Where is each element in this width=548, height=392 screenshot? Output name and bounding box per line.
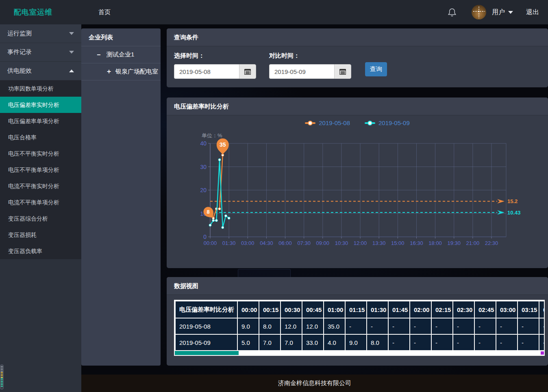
app-root: 配电室运维 首页 用户 退出 运	[0, 0, 548, 392]
column-header: 00:30	[281, 301, 302, 318]
legend-item-2019-05-08[interactable]: 2019-05-08	[305, 119, 350, 126]
svg-text:09:00: 09:00	[316, 240, 330, 246]
table-cell: -	[539, 318, 544, 334]
enterprise-item-room-1[interactable]: ＋银泉广场配电室	[81, 63, 161, 80]
data-panel-title: 数据视图	[167, 277, 548, 295]
svg-text:13:30: 13:30	[372, 240, 386, 246]
sidebar-group-label: 供电能效	[7, 67, 32, 75]
column-header: 01:45	[388, 301, 410, 318]
svg-text:04:30: 04:30	[260, 240, 273, 246]
table-cell: -	[496, 334, 518, 351]
sidebar-item-power-factor-single[interactable]: 功率因数单项分析	[0, 80, 81, 97]
enterprise-tree: −测试企业1＋银泉广场配电室	[81, 46, 161, 80]
compare-time-field: 对比时间：	[269, 52, 351, 79]
sidebar-group-event-record[interactable]: 事件记录	[0, 43, 81, 62]
svg-text:07:30: 07:30	[297, 240, 311, 246]
sidebar-item-voltage-unbalance-single[interactable]: 电压不平衡单项分析	[0, 162, 81, 178]
legend-marker-icon	[305, 122, 315, 124]
bell-icon[interactable]	[448, 7, 457, 17]
calendar-icon[interactable]	[334, 64, 351, 79]
data-table-wrap: 电压偏差率时比分析00:0000:1500:3000:4501:0001:150…	[174, 300, 545, 356]
compare-time-input[interactable]	[269, 64, 334, 79]
horizontal-scrollbar-track[interactable]	[175, 351, 544, 355]
sidebar-item-voltage-qualified-rate[interactable]: 电压合格率	[0, 129, 81, 145]
chevron-down-icon	[69, 32, 74, 35]
column-header: 01:00	[324, 301, 345, 318]
table-cell: -	[518, 334, 539, 351]
select-time-input[interactable]	[174, 64, 239, 79]
sidebar-item-voltage-deviation-single[interactable]: 电压偏差率单项分析	[0, 113, 81, 129]
table-cell: -	[431, 318, 453, 334]
table-cell: 8.0	[259, 318, 281, 334]
column-header: 00:45	[302, 301, 324, 318]
svg-text:40: 40	[200, 140, 207, 147]
column-header: 03:00	[496, 301, 518, 318]
sidebar-item-transformer-loss[interactable]: 变压器损耗	[0, 227, 81, 243]
table-cell: 12.0	[302, 318, 324, 334]
svg-text:01:30: 01:30	[222, 240, 236, 246]
sidebar-item-transformer-load-rate[interactable]: 变压器负载率	[0, 243, 81, 259]
svg-text:单位：%: 单位：%	[202, 132, 222, 139]
table-cell: -	[410, 318, 431, 334]
chevron-down-icon	[69, 51, 74, 54]
select-time-field: 选择时间：	[174, 52, 256, 79]
legend-item-2019-05-09[interactable]: 2019-05-09	[365, 119, 410, 126]
table-cell: -	[367, 318, 388, 334]
table-cell: 7.0	[281, 334, 302, 351]
table-cell: -	[518, 318, 539, 334]
mini-scroll-indicator	[0, 364, 4, 390]
logout-button[interactable]: 退出	[526, 8, 539, 17]
minus-icon[interactable]: −	[97, 51, 103, 58]
sidebar-item-voltage-unbalance-realtime[interactable]: 电压不平衡实时分析	[0, 145, 81, 162]
table-cell: 35.0	[324, 318, 345, 334]
table-cell: -	[388, 334, 410, 351]
column-header: 02:30	[453, 301, 474, 318]
chevron-down-icon	[508, 11, 513, 14]
svg-text:35: 35	[220, 141, 226, 148]
table-cell: 9.0	[237, 318, 259, 334]
sidebar-item-current-unbalance-realtime[interactable]: 电流不平衡实时分析	[0, 178, 81, 194]
calendar-icon[interactable]	[239, 64, 256, 79]
svg-text:12:00: 12:00	[354, 240, 367, 246]
enterprise-item-ent-1[interactable]: −测试企业1	[81, 46, 161, 63]
horizontal-scrollbar-thumb[interactable]	[175, 351, 239, 355]
data-table-viewport: 电压偏差率时比分析00:0000:1500:3000:4501:0001:150…	[175, 301, 544, 351]
svg-text:15:00: 15:00	[391, 240, 404, 246]
sidebar-item-transformer-comprehensive[interactable]: 变压器综合分析	[0, 210, 81, 227]
svg-text:16:30: 16:30	[410, 240, 423, 246]
table-cell: -	[474, 318, 496, 334]
svg-text:22:30: 22:30	[485, 240, 498, 246]
enterprise-item-label: 银泉广场配电室	[115, 68, 158, 76]
sidebar-group-run-monitor[interactable]: 运行监测	[0, 24, 81, 43]
enterprise-panel-title: 企业列表	[81, 28, 161, 46]
column-header: 00:15	[259, 301, 281, 318]
column-header: 02:00	[410, 301, 431, 318]
legend-marker-icon	[365, 122, 375, 124]
sidebar-item-current-unbalance-single[interactable]: 电流不平衡单项分析	[0, 194, 81, 210]
table-cell: -	[410, 334, 431, 351]
indicator-stripe-grey	[1, 366, 3, 372]
svg-text:10:30: 10:30	[335, 240, 348, 246]
user-avatar[interactable]	[472, 5, 486, 19]
table-row: 2019-05-095.07.07.033.04.09.08.0--------	[175, 334, 544, 351]
indicator-stripe-teal	[1, 378, 3, 387]
table-cell: -	[453, 318, 474, 334]
nav-home-tab[interactable]: 首页	[98, 9, 111, 16]
column-header: 00:00	[237, 301, 259, 318]
table-cell: 4.0	[324, 334, 345, 351]
chevron-up-icon	[69, 69, 74, 72]
table-cell: 8.0	[367, 334, 388, 351]
user-menu[interactable]: 用户	[492, 8, 513, 17]
search-button[interactable]: 查询	[365, 62, 387, 76]
plus-icon[interactable]: ＋	[106, 67, 112, 76]
table-cell: -	[539, 334, 544, 351]
svg-text:8: 8	[207, 209, 210, 215]
column-header: 01:30	[367, 301, 388, 318]
svg-text:10.43: 10.43	[507, 210, 521, 216]
table-cell: 5.0	[237, 334, 259, 351]
svg-text:20: 20	[200, 187, 207, 193]
sidebar-item-voltage-deviation-realtime[interactable]: 电压偏差率实时分析	[0, 97, 81, 113]
sidebar-group-power-efficiency[interactable]: 供电能效	[0, 62, 81, 80]
enterprise-panel: 企业列表 −测试企业1＋银泉广场配电室	[81, 28, 161, 366]
company-name: 济南金梓信息科技有限公司	[278, 379, 351, 387]
